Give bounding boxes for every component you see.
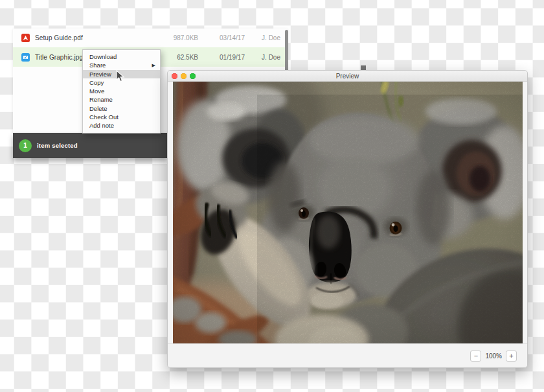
submenu-arrow-icon: ▶ — [152, 61, 155, 69]
cursor-icon — [115, 70, 125, 82]
menu-item-move[interactable]: Move — [83, 87, 160, 95]
selected-count-badge: 1 — [19, 139, 32, 152]
window-title: Preview — [168, 71, 527, 82]
file-date: 03/14/17 — [198, 34, 245, 41]
menu-item-add-note[interactable]: Add note — [83, 121, 160, 130]
zoom-level-value: 100% — [485, 352, 502, 360]
menu-item-delete[interactable]: Delete — [83, 104, 160, 113]
file-row-setup-guide[interactable]: Setup Guide.pdf 987.0KB 03/14/17 J. Doe — [13, 29, 288, 47]
preview-window: Preview — [167, 70, 528, 368]
zoom-in-button[interactable]: + — [506, 351, 517, 362]
window-footer: − 100% + — [168, 343, 527, 367]
selection-bar: 1 item selected — [13, 133, 167, 158]
zoom-controls: − 100% + — [470, 351, 517, 362]
koala-photo — [173, 82, 523, 345]
pdf-file-icon — [21, 34, 30, 42]
file-owner: J. Doe — [245, 54, 288, 61]
file-size: 987.0KB — [148, 34, 198, 41]
selection-label: item selected — [37, 142, 78, 149]
file-name: Setup Guide.pdf — [35, 34, 148, 41]
file-date: 01/19/17 — [198, 54, 245, 61]
menu-item-share[interactable]: Share ▶ — [83, 61, 160, 69]
window-titlebar[interactable]: Preview — [168, 71, 527, 82]
context-menu: Download Share ▶ Preview Copy Move Renam… — [82, 49, 161, 133]
menu-item-label: Share — [89, 62, 106, 69]
image-file-icon — [21, 53, 30, 62]
file-owner: J. Doe — [245, 34, 288, 41]
scrollbar-thumb[interactable] — [285, 30, 288, 71]
menu-item-download[interactable]: Download — [83, 52, 160, 61]
menu-item-check-out[interactable]: Check Out — [83, 113, 160, 121]
menu-item-rename[interactable]: Rename — [83, 95, 160, 104]
canvas: Setup Guide.pdf 987.0KB 03/14/17 J. Doe … — [0, 0, 544, 392]
zoom-out-button[interactable]: − — [470, 351, 481, 362]
